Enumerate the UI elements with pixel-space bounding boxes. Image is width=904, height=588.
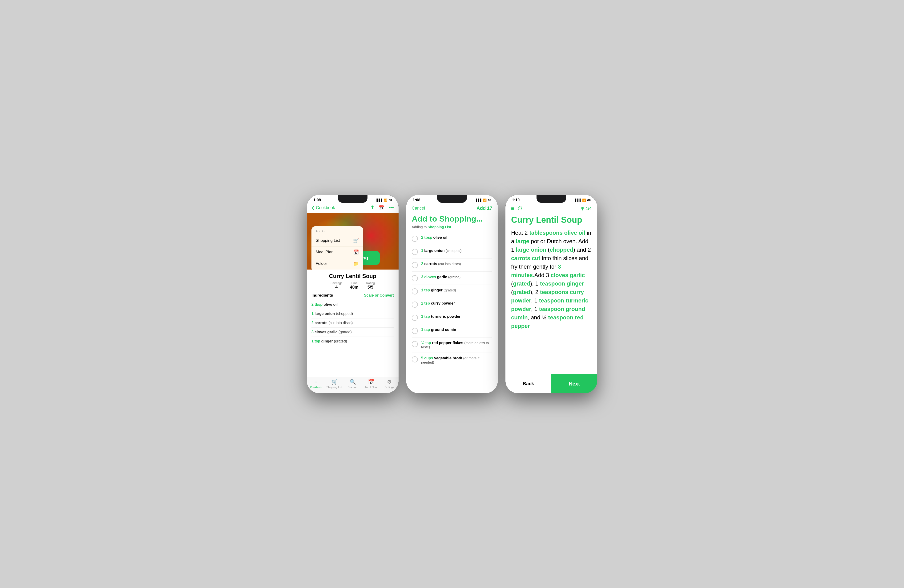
recipe-title-1: Curry Lentil Soup [311,273,394,279]
battery-icon-2: 68 [488,199,492,202]
dropdown-label: Add to [311,229,363,235]
rating-value: 5/5 [366,285,375,290]
shopping-item: 5 cups vegetable broth (or more if neede… [412,353,492,368]
dropdown-item-folder[interactable]: Folder 📁 [311,258,363,269]
shopping-tab-label: Shopping List [327,386,342,389]
status-time-1: 1:08 [313,198,321,202]
shopping-title: Add to Shopping... [406,214,498,225]
rating-meta: Rating 5/5 [366,281,375,290]
share-icon[interactable]: ⬆ [370,205,375,211]
shopping-list: 2 tbsp olive oil 1 large onion (chopped)… [406,232,498,368]
add-button[interactable]: Add 17 [476,206,492,211]
folder-icon: 📁 [353,261,359,266]
microphone-icon[interactable]: 🎙 [580,206,585,211]
wifi-icon: 📶 [384,199,387,202]
settings-tab-label: Settings [385,386,394,389]
step-label: 1/4 [586,206,592,211]
back-button[interactable]: Back [506,374,552,393]
phone-1: 1:08 ▐▐▐ 📶 68 ❮ Cookbook ⬆ 📅 ••• [307,195,398,393]
tab-meal-plan[interactable]: 📅 Meal Plan [362,379,380,389]
back-to-cookbook-button[interactable]: ❮ Cookbook [311,205,335,210]
cook-recipe-title: Curry Lentil Soup [506,215,597,229]
recipe-image: Add to Shopping List 🛒 Meal Plan 📅 Folde… [307,213,398,270]
servings-label: Servings [330,281,343,285]
nav-icons: ⬆ 📅 ••• [370,205,394,211]
next-button[interactable]: Next [552,374,597,393]
more-icon[interactable]: ••• [389,205,394,211]
shop-item-text: ¼ tsp red pepper flakes (more or less to… [421,341,492,349]
cookbook-tab-label: Cookbook [310,386,322,389]
shop-item-text: 1 tsp ground cumin [421,328,456,332]
tab-bar: ≡ Cookbook 🛒 Shopping List 🔍 Discover 📅 … [307,377,398,393]
phone-3: 1:10 ▐▐▐ 📶 68 ≡ ⏱ 🎙 1/4 Curry Lentil Sou… [506,195,597,393]
time-value: 40m [350,285,358,290]
calendar-add-icon[interactable]: 📅 [378,205,385,211]
dropdown-menu: Add to Shopping List 🛒 Meal Plan 📅 Folde… [311,226,363,270]
shopping-cart-icon: 🛒 [353,238,359,243]
timer-icon[interactable]: ⏱ [517,206,523,212]
meal-plan-tab-icon: 📅 [368,379,374,385]
recipe-list-icon[interactable]: ≡ [511,206,514,212]
highlight-grated2: grated [513,289,530,295]
chevron-left-icon: ❮ [311,205,315,210]
ingredients-header: Ingredients Scale or Convert [311,293,394,298]
time-meta: Time 40m [350,281,358,290]
highlight-grated1: grated [513,281,530,287]
signal-icon-2: ▐▐▐ [475,199,481,202]
wifi-icon-3: 📶 [582,199,586,202]
checkbox-olive-oil[interactable] [412,236,418,242]
battery-icon: 68 [389,199,392,202]
checkbox-onion[interactable] [412,249,418,255]
ingredient-item: 2 carrots (cut into discs) [311,318,394,328]
folder-label: Folder [316,261,327,266]
ingredient-list-1: 2 tbsp olive oil 1 large onion (chopped)… [311,300,394,346]
shop-item-text: 2 tbsp olive oil [421,235,447,240]
cookbook-tab-icon: ≡ [315,379,318,385]
settings-tab-icon: ⚙ [387,379,392,385]
meal-plan-tab-label: Meal Plan [365,386,377,389]
notch-3 [537,195,566,203]
discover-tab-label: Discover [348,386,358,389]
shopping-list-label: Shopping List [316,238,340,243]
shopping-item: 1 large onion (chopped) [412,245,492,259]
highlight-ginger: teaspoon ginger [540,281,584,287]
status-icons-2: ▐▐▐ 📶 68 [475,199,492,202]
left-icons: ≡ ⏱ [511,206,523,212]
phone-1-screen: 1:08 ▐▐▐ 📶 68 ❮ Cookbook ⬆ 📅 ••• [307,195,398,393]
shop-item-text: 3 cloves garlic (grated) [421,275,460,279]
ingredients-title: Ingredients [311,293,333,298]
tab-shopping-list[interactable]: 🛒 Shopping List [325,379,343,389]
adding-to-label: Adding to [412,225,428,229]
servings-meta: Servings 4 [330,281,343,290]
shopping-item: 1 tsp ginger (grated) [412,285,492,298]
checkbox-garlic[interactable] [412,275,418,281]
phone2-header: Cancel Add 17 [406,204,498,214]
tab-cookbook[interactable]: ≡ Cookbook [307,379,325,389]
battery-icon-3: 68 [587,199,591,202]
tab-discover[interactable]: 🔍 Discover [343,379,362,389]
checkbox-turmeric[interactable] [412,315,418,321]
dropdown-item-meal-plan[interactable]: Meal Plan 📅 [311,246,363,258]
shopping-subtitle: Adding to Shopping List [406,225,498,232]
checkbox-cumin[interactable] [412,328,418,334]
status-time-2: 1:08 [412,198,420,202]
shopping-tab-icon: 🛒 [331,379,338,385]
step-indicator: 🎙 1/4 [580,206,592,211]
shopping-item: 1 tsp ground cumin [412,324,492,337]
rating-label: Rating [366,281,375,285]
cancel-button[interactable]: Cancel [412,206,425,211]
dropdown-item-shopping-list[interactable]: Shopping List 🛒 [311,235,363,246]
checkbox-broth[interactable] [412,356,418,363]
checkbox-ginger[interactable] [412,288,418,295]
shopping-item: 3 cloves garlic (grated) [412,272,492,285]
checkbox-curry[interactable] [412,301,418,307]
tab-settings[interactable]: ⚙ Settings [380,379,398,389]
phone-2-screen: 1:08 ▐▐▐ 📶 68 Cancel Add 17 Add to Shopp… [406,195,498,393]
cook-content: Heat 2 tablespoons olive oil in a large … [506,229,597,330]
servings-value: 4 [330,285,343,290]
scale-convert-button[interactable]: Scale or Convert [364,293,394,298]
checkbox-carrots[interactable] [412,262,418,268]
discover-tab-icon: 🔍 [349,379,356,385]
ingredient-item: 2 tbsp olive oil [311,300,394,309]
checkbox-pepper-flakes[interactable] [412,341,418,347]
